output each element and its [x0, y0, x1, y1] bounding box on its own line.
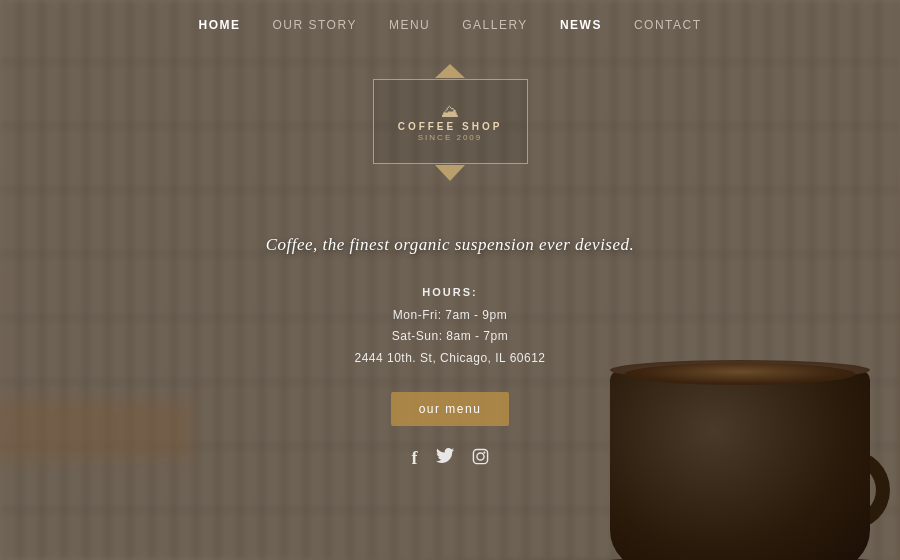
badge-bottom-triangle [435, 165, 465, 181]
logo-badge: ⛰ COFFEE SHOP SINCE 2009 [373, 65, 528, 180]
hours-block: HOURS: Mon-Fri: 7am - 9pm Sat-Sun: 8am -… [354, 283, 545, 370]
badge-diamond: ⛰ COFFEE SHOP SINCE 2009 [373, 79, 528, 164]
nav-menu[interactable]: MENU [389, 18, 430, 32]
badge-title: COFFEE SHOP [398, 121, 503, 132]
main-nav: HOME OUR STORY MENU GALLERY NEWS CONTACT [0, 0, 900, 50]
hours-label: HOURS: [354, 283, 545, 303]
svg-point-2 [483, 451, 485, 453]
social-icons: f [412, 448, 489, 469]
facebook-icon[interactable]: f [412, 448, 418, 469]
nav-home[interactable]: HOME [198, 18, 240, 32]
instagram-icon[interactable] [472, 448, 489, 469]
twitter-icon[interactable] [436, 448, 454, 468]
nav-contact[interactable]: CONTACT [634, 18, 702, 32]
mountain-icon: ⛰ [441, 102, 459, 120]
page-content: HOME OUR STORY MENU GALLERY NEWS CONTACT… [0, 0, 900, 560]
tagline: Coffee, the finest organic suspension ev… [266, 235, 635, 255]
svg-point-1 [476, 453, 483, 460]
nav-gallery[interactable]: GALLERY [462, 18, 528, 32]
badge-since: SINCE 2009 [418, 133, 482, 142]
hours-weekend: Sat-Sun: 8am - 7pm [354, 326, 545, 348]
our-menu-button[interactable]: our menu [391, 392, 510, 426]
svg-rect-0 [473, 449, 487, 463]
nav-news[interactable]: NEWS [560, 18, 602, 32]
badge-top-triangle [435, 64, 465, 78]
nav-our-story[interactable]: OUR STORY [272, 18, 356, 32]
address: 2444 10th. St, Chicago, IL 60612 [354, 348, 545, 370]
hours-weekday: Mon-Fri: 7am - 9pm [354, 305, 545, 327]
